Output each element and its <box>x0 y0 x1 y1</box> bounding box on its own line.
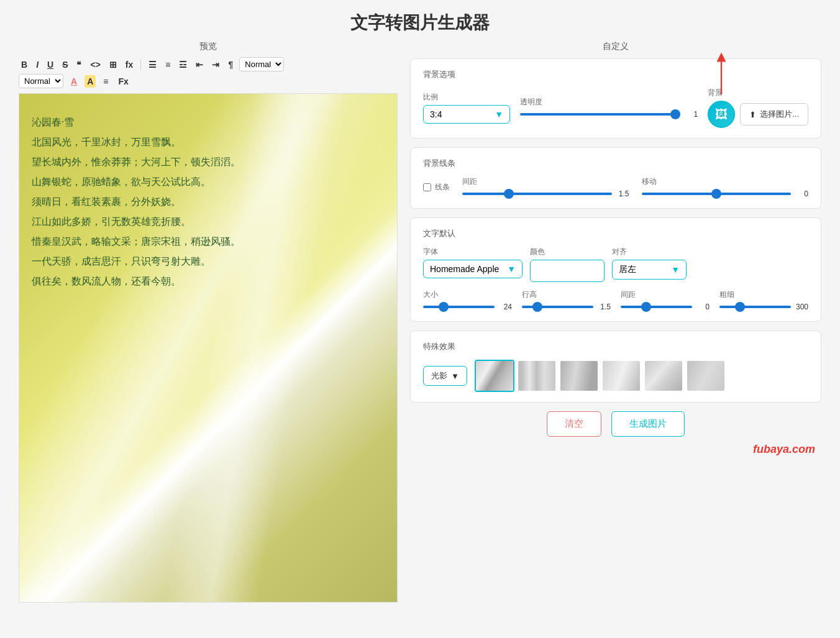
font-chevron-icon: ▼ <box>507 264 516 274</box>
effect-thumb-3[interactable] <box>559 360 599 392</box>
opacity-value: 1 <box>685 110 698 119</box>
customize-label: 自定义 <box>410 41 821 52</box>
font-weight-label: 粗细 <box>719 289 808 300</box>
special-effects-title: 特殊效果 <box>423 341 808 352</box>
move-slider[interactable] <box>642 193 792 195</box>
letter-spacing-value: 0 <box>697 303 710 311</box>
effects-row: 光影 ▼ <box>423 360 808 392</box>
font-weight-slider[interactable] <box>719 306 791 308</box>
opacity-label: 透明度 <box>520 97 698 107</box>
size-field: 大小 24 <box>423 289 512 311</box>
opacity-field: 透明度 1 <box>520 97 698 119</box>
effect-thumb-5[interactable] <box>644 360 683 392</box>
bg-icon-button[interactable]: 🖼 <box>708 101 735 128</box>
red-arrow-annotation <box>712 51 731 101</box>
letter-spacing-slider[interactable] <box>621 306 692 308</box>
font-color-button[interactable]: A <box>68 75 80 88</box>
ratio-select[interactable]: 3:4 ▼ <box>423 105 510 124</box>
indent-right-button[interactable]: ⇥ <box>209 58 222 71</box>
bg-lines-title: 背景线条 <box>423 158 808 169</box>
font-select[interactable]: Normal <box>19 74 63 88</box>
letter-spacing-label: 间距 <box>621 289 710 300</box>
effect-type-button[interactable]: 光影 ▼ <box>423 366 467 386</box>
underline-button[interactable]: U <box>45 58 56 71</box>
size-row: 大小 24 行高 1.5 间距 <box>423 289 808 311</box>
text-defaults-card: 文字默认 字体 Homemade Apple ▼ 颜色 对齐 居左 <box>410 217 821 322</box>
effect-thumb-4[interactable] <box>601 360 641 392</box>
align-chevron-icon: ▼ <box>671 265 680 275</box>
font-row: 字体 Homemade Apple ▼ 颜色 对齐 居左 ▼ <box>423 247 808 282</box>
upload-icon: ⬆ <box>749 110 756 119</box>
list-unordered-button[interactable]: ☰ <box>146 58 159 71</box>
generate-button[interactable]: 生成图片 <box>611 411 685 437</box>
image-button[interactable]: ⊞ <box>107 58 119 71</box>
effect-thumb-2[interactable] <box>517 360 557 392</box>
line-height-label: 行高 <box>522 289 611 300</box>
line-height-value: 1.5 <box>598 303 611 311</box>
bold-button[interactable]: B <box>19 58 30 71</box>
quote-button[interactable]: ❝ <box>74 58 84 71</box>
highlight-button[interactable]: A <box>84 75 96 88</box>
preview-label: 预览 <box>19 41 398 52</box>
preview-canvas: 沁园春·雪 北国风光，千里冰封，万里雪飘。 望长城内外，惟余莽莽；大河上下，顿失… <box>19 93 398 603</box>
strikethrough-button[interactable]: S <box>60 58 70 71</box>
format-select[interactable]: Normal <box>239 57 284 71</box>
bg-btn-wrapper: 🖼 <box>708 101 735 128</box>
size-label: 大小 <box>423 289 512 300</box>
indent-left-button[interactable]: ⇤ <box>193 58 206 71</box>
line-height-slider[interactable] <box>522 306 593 308</box>
line-height-field: 行高 1.5 <box>522 289 611 311</box>
list-task-button[interactable]: ☲ <box>176 58 189 71</box>
align-select[interactable]: 居左 ▼ <box>612 260 687 280</box>
align-label: 对齐 <box>612 247 687 257</box>
preview-text: 沁园春·雪 北国风光，千里冰封，万里雪飘。 望长城内外，惟余莽莽；大河上下，顿失… <box>32 112 240 291</box>
clear-format-button[interactable]: Fx <box>116 75 130 88</box>
bg-options-card: 背景选项 比例 3:4 ▼ 透明度 1 背景 <box>410 58 821 139</box>
lines-label: 线条 <box>435 182 450 193</box>
watermark: fubaya.com <box>410 443 821 456</box>
font-label: 字体 <box>423 247 523 257</box>
toolbar-sep1 <box>140 59 141 70</box>
size-slider[interactable] <box>423 306 495 308</box>
clear-button[interactable]: 清空 <box>547 411 601 437</box>
font-value: Homemade Apple <box>430 264 499 274</box>
color-picker[interactable] <box>530 260 605 282</box>
move-field: 移动 0 <box>642 176 809 198</box>
bg-field: 背景 🖼 <box>708 88 808 128</box>
font-family-field: 字体 Homemade Apple ▼ <box>423 247 523 282</box>
align-value: 居左 <box>619 264 636 275</box>
align-field: 对齐 居左 ▼ <box>612 247 687 282</box>
ratio-chevron-icon: ▼ <box>495 109 503 119</box>
list-ordered-button[interactable]: ≡ <box>163 58 173 71</box>
bg-lines-card: 背景线条 线条 间距 1.5 移动 0 <box>410 147 821 209</box>
font-select-field[interactable]: Homemade Apple ▼ <box>423 260 523 278</box>
italic-button[interactable]: I <box>34 58 41 71</box>
effect-thumbnails <box>475 360 726 392</box>
bottom-buttons: 清空 生成图片 <box>410 411 821 437</box>
effect-thumb-1[interactable] <box>475 360 514 392</box>
spacing-value: 1.5 <box>617 189 629 198</box>
move-label: 移动 <box>642 176 809 187</box>
paragraph-button[interactable]: ¶ <box>226 58 235 71</box>
special-effects-card: 特殊效果 光影 ▼ <box>410 330 821 403</box>
toolbar-row2: Normal A A ≡ Fx <box>19 74 398 88</box>
text-defaults-title: 文字默认 <box>423 228 808 239</box>
font-weight-field: 粗细 300 <box>719 289 808 311</box>
code-button[interactable]: <> <box>88 58 103 71</box>
formula-button[interactable]: fx <box>123 58 135 71</box>
move-value: 0 <box>796 189 808 198</box>
left-panel: 预览 B I U S ❝ <> ⊞ fx ☰ ≡ ☲ ⇤ ⇥ ¶ Normal <box>19 41 398 603</box>
upload-label: 选择图片... <box>760 109 799 120</box>
spacing-label: 间距 <box>462 176 629 187</box>
upload-image-button[interactable]: ⬆ 选择图片... <box>740 103 808 125</box>
spacing-slider[interactable] <box>462 193 612 195</box>
font-weight-value: 300 <box>796 303 808 311</box>
bg-options-title: 背景选项 <box>423 69 808 80</box>
effect-thumb-6[interactable] <box>686 360 726 392</box>
align-button[interactable]: ≡ <box>101 75 111 88</box>
ratio-label: 比例 <box>423 92 510 103</box>
effect-type-chevron-icon: ▼ <box>451 371 459 381</box>
lines-checkbox[interactable] <box>423 183 431 191</box>
ratio-field: 比例 3:4 ▼ <box>423 92 510 124</box>
opacity-slider[interactable] <box>520 113 680 116</box>
